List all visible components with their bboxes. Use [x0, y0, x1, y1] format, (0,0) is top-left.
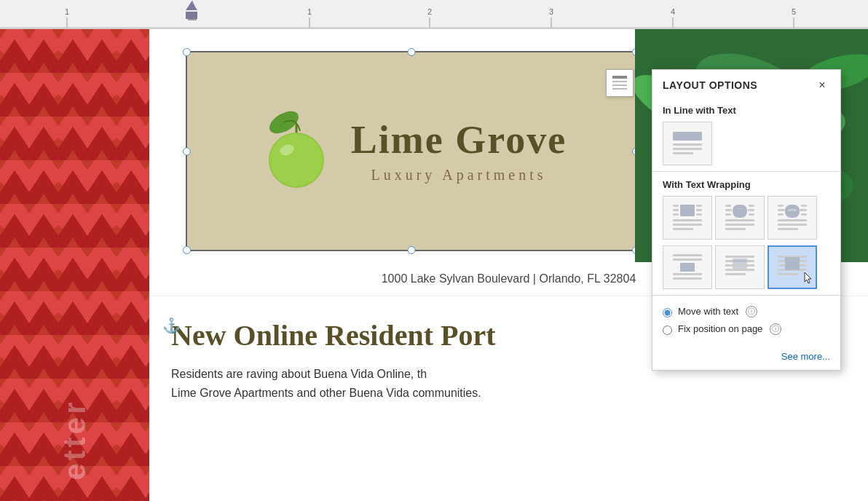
svg-rect-76 — [725, 264, 754, 267]
close-button[interactable]: × — [814, 77, 830, 93]
in-front-option[interactable] — [768, 245, 817, 289]
fix-position-label: Fix position on page — [678, 323, 762, 334]
handle-tl[interactable] — [183, 48, 191, 56]
sidebar-text: etter — [58, 399, 92, 480]
svg-rect-58 — [778, 205, 784, 207]
svg-rect-53 — [749, 213, 754, 216]
inline-icon — [670, 127, 705, 159]
svg-rect-77 — [725, 269, 754, 271]
behind-text-option[interactable] — [715, 245, 765, 289]
svg-rect-73 — [725, 256, 754, 258]
square-wrap-icon — [670, 202, 705, 234]
svg-rect-84 — [785, 257, 800, 270]
svg-rect-31 — [612, 84, 627, 86]
svg-rect-44 — [673, 219, 702, 221]
wrapping-options-row-1 — [652, 193, 840, 242]
svg-text:4: 4 — [671, 7, 675, 16]
panel-header: LAYOUT OPTIONS × — [652, 70, 840, 100]
svg-rect-56 — [725, 228, 746, 230]
svg-rect-49 — [749, 205, 754, 207]
svg-rect-50 — [725, 209, 732, 211]
svg-rect-35 — [673, 148, 702, 150]
see-more-link[interactable]: See more... — [781, 351, 830, 362]
fix-position-radio[interactable] — [663, 326, 672, 335]
handle-bc[interactable] — [408, 246, 416, 254]
tight-wrap-option[interactable] — [715, 196, 765, 240]
layout-options-trigger[interactable] — [606, 69, 634, 97]
inline-option[interactable] — [663, 122, 712, 165]
lime-graphic — [256, 109, 336, 193]
left-decorative-bar: etter — [0, 29, 149, 501]
svg-rect-69 — [673, 259, 702, 261]
fix-position-row: Fix position on page ⓘ — [663, 323, 830, 335]
svg-rect-70 — [680, 263, 695, 272]
svg-rect-62 — [788, 209, 797, 211]
svg-rect-40 — [673, 209, 679, 211]
behind-text-icon — [722, 251, 757, 283]
svg-rect-51 — [748, 209, 754, 211]
square-wrap-option[interactable] — [663, 196, 712, 240]
svg-rect-78 — [725, 273, 746, 275]
svg-rect-61 — [800, 209, 807, 211]
svg-rect-66 — [778, 224, 807, 226]
svg-text:5: 5 — [792, 7, 796, 16]
svg-text:2: 2 — [427, 7, 432, 16]
svg-rect-60 — [778, 209, 785, 211]
section-wrapping-label: With Text Wrapping — [652, 175, 840, 193]
svg-rect-33 — [673, 132, 702, 141]
svg-rect-68 — [673, 254, 702, 256]
svg-rect-36 — [673, 152, 693, 154]
handle-bl[interactable] — [183, 246, 191, 254]
position-options: Move with text ⓘ Fix position on page ⓘ — [652, 299, 840, 345]
inline-options-row — [652, 119, 840, 168]
svg-rect-43 — [696, 213, 702, 216]
logo-content: Lime Grove Luxury Apartments — [187, 52, 636, 250]
svg-rect-29 — [612, 76, 627, 79]
svg-marker-85 — [805, 272, 811, 283]
section-inline-label: In Line with Text — [652, 100, 840, 119]
wrapping-options-row-2 — [652, 242, 840, 292]
svg-rect-14 — [186, 12, 197, 19]
fix-position-info[interactable]: ⓘ — [770, 323, 781, 335]
svg-rect-71 — [673, 273, 702, 275]
handle-ml[interactable] — [183, 147, 191, 155]
svg-rect-54 — [725, 219, 754, 221]
svg-rect-64 — [801, 213, 807, 216]
section-divider — [652, 171, 840, 172]
cursor-indicator — [804, 272, 813, 285]
svg-rect-67 — [778, 228, 798, 230]
through-wrap-option[interactable] — [768, 196, 817, 240]
svg-rect-38 — [673, 205, 679, 207]
top-bottom-option[interactable] — [663, 245, 712, 289]
svg-rect-46 — [673, 228, 693, 230]
radio-divider — [652, 295, 840, 296]
svg-text:1: 1 — [307, 7, 312, 16]
svg-rect-37 — [680, 205, 695, 216]
svg-text:3: 3 — [549, 7, 553, 16]
layout-icon — [610, 74, 629, 92]
svg-rect-55 — [725, 224, 754, 226]
see-more-section: See more... — [652, 345, 840, 370]
panel-title: LAYOUT OPTIONS — [663, 79, 757, 91]
layout-options-panel: LAYOUT OPTIONS × In Line with Text With … — [652, 69, 841, 371]
svg-rect-59 — [801, 205, 807, 207]
svg-rect-65 — [778, 219, 807, 221]
svg-rect-83 — [778, 273, 798, 275]
logo-name: Lime Grove — [351, 119, 567, 162]
svg-rect-30 — [612, 81, 627, 82]
svg-rect-41 — [696, 209, 702, 211]
handle-tc[interactable] — [408, 48, 416, 56]
svg-rect-52 — [725, 213, 731, 216]
svg-rect-72 — [673, 277, 702, 280]
move-with-text-radio[interactable] — [663, 308, 672, 317]
logo-image[interactable]: Lime Grove Luxury Apartments — [186, 51, 637, 251]
svg-rect-63 — [778, 213, 784, 216]
tight-wrap-icon — [722, 202, 757, 234]
move-with-text-info[interactable]: ⓘ — [746, 306, 757, 317]
svg-rect-34 — [673, 143, 702, 146]
svg-rect-39 — [696, 205, 702, 207]
move-with-text-label: Move with text — [678, 306, 738, 317]
logo-tagline: Luxury Apartments — [351, 167, 567, 184]
svg-rect-45 — [673, 224, 702, 226]
move-with-text-row: Move with text ⓘ — [663, 306, 830, 317]
